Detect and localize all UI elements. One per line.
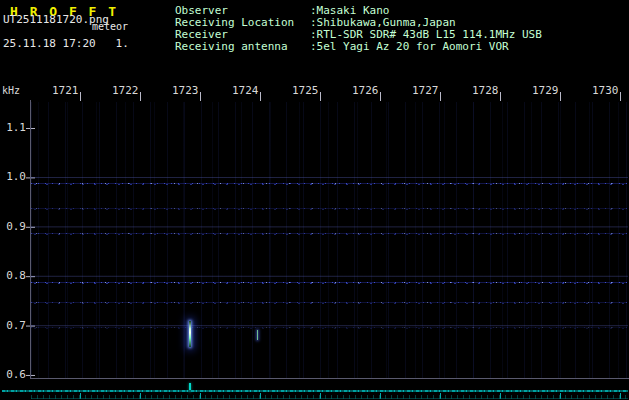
meteor-echo <box>189 321 191 347</box>
meteor-echo <box>257 330 258 340</box>
noise-band <box>31 301 627 304</box>
noise-band <box>31 207 627 210</box>
bottom-baseline <box>31 398 628 399</box>
noise-band <box>31 281 627 284</box>
noise-band <box>31 232 627 235</box>
hrofft-window: H R O F F T UT2511181720.png meteor 25.1… <box>0 0 629 400</box>
bottom-axis-line <box>30 378 629 379</box>
noise-band <box>31 182 627 185</box>
spectrogram-plot <box>0 0 629 400</box>
signal-trace <box>2 390 628 392</box>
noise-band <box>31 326 627 329</box>
